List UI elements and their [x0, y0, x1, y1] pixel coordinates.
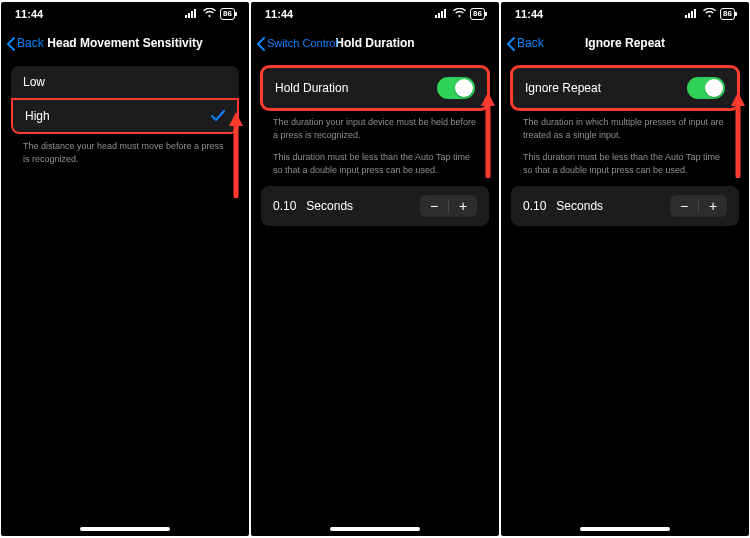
- back-label: Back: [517, 36, 544, 50]
- stepper-row: 0.10 Seconds − +: [261, 186, 489, 226]
- back-label: Switch Control: [267, 37, 338, 49]
- svg-rect-11: [694, 9, 696, 18]
- status-bar: 11:44 86: [251, 2, 499, 26]
- ignore-repeat-toggle[interactable]: [687, 77, 725, 99]
- duration-stepper: − +: [420, 195, 477, 217]
- status-right: 86: [185, 8, 235, 20]
- svg-rect-2: [191, 11, 193, 18]
- back-button[interactable]: Switch Control: [257, 37, 338, 49]
- toggle-row: Ignore Repeat: [513, 68, 737, 108]
- sensitivity-options: Low High: [11, 66, 239, 134]
- status-bar: 11:44 86: [501, 2, 749, 26]
- status-time: 11:44: [265, 8, 293, 20]
- home-indicator[interactable]: [330, 527, 420, 531]
- svg-rect-6: [441, 11, 443, 18]
- wifi-icon: [203, 8, 216, 20]
- battery-icon: 86: [220, 8, 235, 20]
- svg-rect-1: [188, 13, 190, 18]
- wifi-icon: [703, 8, 716, 20]
- duration-unit: Seconds: [556, 199, 603, 213]
- duration-unit: Seconds: [306, 199, 353, 213]
- toggle-label: Ignore Repeat: [525, 81, 601, 95]
- duration-number: 0.10: [523, 199, 546, 213]
- back-button[interactable]: Back: [7, 36, 44, 50]
- stepper-row: 0.10 Seconds − +: [511, 186, 739, 226]
- svg-rect-9: [688, 13, 690, 18]
- back-label: Back: [17, 36, 44, 50]
- duration-stepper: − +: [670, 195, 727, 217]
- svg-rect-3: [194, 9, 196, 18]
- nav-bar: Back Ignore Repeat: [501, 26, 749, 60]
- svg-rect-10: [691, 11, 693, 18]
- hold-duration-toggle-row: Hold Duration: [261, 66, 489, 110]
- signal-icon: [435, 8, 449, 20]
- footer-text-2: This duration must be less than the Auto…: [261, 151, 489, 186]
- ignore-repeat-toggle-row: Ignore Repeat: [511, 66, 739, 110]
- option-low-label: Low: [23, 75, 45, 89]
- signal-icon: [185, 8, 199, 20]
- chevron-left-icon: [507, 37, 515, 49]
- option-high-label: High: [25, 109, 50, 123]
- footer-text-2: This duration must be less than the Auto…: [511, 151, 739, 186]
- battery-icon: 86: [470, 8, 485, 20]
- battery-icon: 86: [720, 8, 735, 20]
- chevron-left-icon: [257, 37, 265, 49]
- duration-value-row: 0.10 Seconds − +: [261, 186, 489, 226]
- screen-ignore-repeat: 11:44 86 Back Ignore Repeat: [501, 2, 749, 536]
- svg-rect-5: [438, 13, 440, 18]
- footer-text: The distance your head must move before …: [11, 134, 239, 175]
- hold-duration-toggle[interactable]: [437, 77, 475, 99]
- option-low[interactable]: Low: [11, 66, 239, 98]
- footer-text-1: The duration in which multiple presses o…: [511, 110, 739, 151]
- nav-bar: Back Head Movement Sensitivity: [1, 26, 249, 60]
- nav-bar: Switch Control Hold Duration: [251, 26, 499, 60]
- svg-rect-4: [435, 15, 437, 18]
- status-bar: 11:44 86: [1, 2, 249, 26]
- duration-value-row: 0.10 Seconds − +: [511, 186, 739, 226]
- status-right: 86: [435, 8, 485, 20]
- footer-text-1: The duration your input device must be h…: [261, 110, 489, 151]
- toggle-knob: [455, 79, 473, 97]
- checkmark-icon: [211, 110, 225, 122]
- svg-rect-7: [444, 9, 446, 18]
- status-time: 11:44: [515, 8, 543, 20]
- duration-number: 0.10: [273, 199, 296, 213]
- back-button[interactable]: Back: [507, 36, 544, 50]
- signal-icon: [685, 8, 699, 20]
- toggle-label: Hold Duration: [275, 81, 348, 95]
- duration-value: 0.10 Seconds: [523, 199, 603, 213]
- stepper-plus[interactable]: +: [449, 195, 477, 217]
- stepper-minus[interactable]: −: [420, 195, 448, 217]
- wifi-icon: [453, 8, 466, 20]
- stepper-plus[interactable]: +: [699, 195, 727, 217]
- status-right: 86: [685, 8, 735, 20]
- duration-value: 0.10 Seconds: [273, 199, 353, 213]
- toggle-row: Hold Duration: [263, 68, 487, 108]
- toggle-knob: [705, 79, 723, 97]
- svg-rect-0: [185, 15, 187, 18]
- option-high[interactable]: High: [11, 98, 239, 134]
- screen-head-movement-sensitivity: 11:44 86 Back Head Movement Sensitivity: [1, 2, 249, 536]
- chevron-left-icon: [7, 37, 15, 49]
- home-indicator[interactable]: [580, 527, 670, 531]
- svg-rect-8: [685, 15, 687, 18]
- stepper-minus[interactable]: −: [670, 195, 698, 217]
- status-time: 11:44: [15, 8, 43, 20]
- screen-hold-duration: 11:44 86 Switch Control Hold Duration: [251, 2, 499, 536]
- home-indicator[interactable]: [80, 527, 170, 531]
